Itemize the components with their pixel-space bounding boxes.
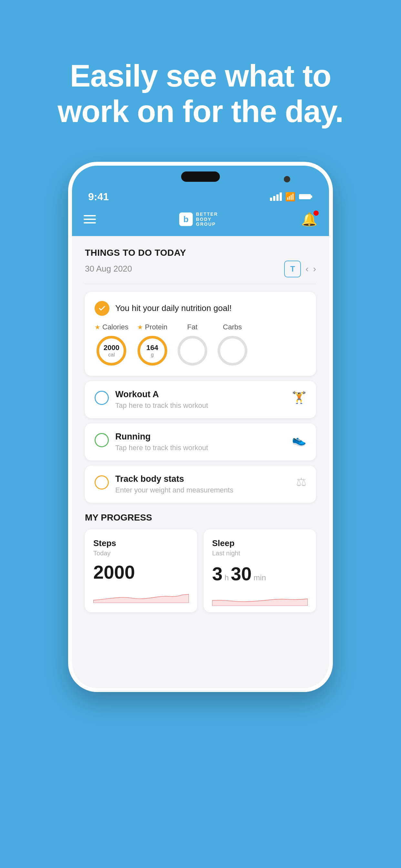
nutrition-check-icon — [95, 301, 110, 316]
sleep-minutes: 30 — [231, 563, 252, 585]
running-name: Running — [115, 432, 285, 442]
hero-section: Easily see what to work on for the day. — [0, 0, 401, 149]
app-header: b BETTER BODY GROUP 🔔 — [72, 206, 329, 236]
body-stats-task[interactable]: Track body stats Enter your weight and m… — [85, 466, 316, 503]
notch-dot — [284, 176, 290, 182]
notification-bell-button[interactable]: 🔔 — [301, 212, 317, 227]
sleep-card[interactable]: Sleep Last night 3 h 30 min — [204, 529, 316, 612]
battery-icon — [299, 193, 313, 200]
status-icons: 📶 — [270, 192, 313, 202]
today-button[interactable]: T — [284, 260, 301, 277]
workout-a-info: Workout A Tap here to track this workout — [115, 390, 285, 410]
sleep-minutes-unit: min — [253, 573, 266, 582]
progress-title: MY PROGRESS — [85, 513, 316, 523]
svg-point-7 — [179, 337, 206, 364]
protein-value: 164 g — [146, 344, 158, 358]
hamburger-menu[interactable] — [84, 215, 96, 223]
steps-card[interactable]: Steps Today 2000 — [85, 529, 197, 612]
protein-ring-group: ★ Protein 164 g — [136, 323, 168, 367]
calories-star-icon: ★ — [95, 323, 100, 331]
workout-a-task[interactable]: Workout A Tap here to track this workout… — [85, 381, 316, 418]
notch-pill — [181, 172, 220, 182]
calories-value: 2000 cal — [104, 344, 120, 358]
hero-headline-line2: work on for the day. — [58, 94, 343, 128]
steps-sublabel: Today — [93, 550, 189, 557]
nutrition-header: You hit your daily nutrition goal! — [95, 301, 306, 316]
carbs-ring — [216, 335, 249, 367]
sleep-hours-unit: h — [224, 573, 228, 582]
hamburger-line3 — [84, 222, 96, 223]
svg-point-8 — [219, 337, 246, 364]
body-stats-info: Track body stats Enter your weight and m… — [115, 474, 289, 494]
hamburger-line2 — [84, 219, 96, 220]
progress-section: MY PROGRESS Steps Today 2000 — [85, 513, 316, 612]
sleep-hours: 3 — [212, 563, 222, 585]
kettlebell-icon: 🏋 — [292, 391, 306, 404]
scale-icon: ⚖ — [296, 475, 306, 489]
running-info: Running Tap here to track this workout — [115, 432, 285, 452]
protein-ring: 164 g — [136, 335, 168, 367]
date-row: 30 Aug 2020 T ‹ › — [85, 260, 316, 284]
logo-text: BETTER BODY GROUP — [196, 212, 218, 227]
nutrition-card[interactable]: You hit your daily nutrition goal! ★ Cal… — [85, 292, 316, 376]
svg-rect-2 — [311, 195, 312, 198]
sleep-mini-chart — [212, 590, 308, 606]
phone-frame: 9:41 📶 — [68, 162, 333, 692]
nutrition-rings-row: ★ Calories 2000 cal — [95, 323, 306, 367]
nutrition-goal-text: You hit your daily nutrition goal! — [115, 303, 232, 313]
next-date-button[interactable]: › — [313, 264, 316, 274]
sleep-label: Sleep — [212, 538, 308, 548]
steps-value: 2000 — [93, 563, 189, 582]
workout-a-sub: Tap here to track this workout — [115, 401, 285, 410]
fat-ring-group: Fat — [176, 323, 209, 367]
phone-top-bar: 9:41 📶 — [72, 166, 329, 206]
workout-a-circle — [95, 391, 109, 405]
carbs-ring-group: Carbs — [216, 323, 249, 367]
app-content: THINGS TO DO TODAY 30 Aug 2020 T ‹ › — [72, 236, 329, 688]
logo-icon: b — [179, 213, 193, 226]
steps-mini-chart — [93, 587, 189, 603]
progress-cards-row: Steps Today 2000 Sleep Last night — [85, 529, 316, 612]
running-shoe-icon: 👟 — [292, 433, 306, 446]
wifi-icon: 📶 — [285, 192, 296, 202]
date-navigation: T ‹ › — [284, 260, 316, 277]
hamburger-line1 — [84, 215, 96, 216]
body-stats-name: Track body stats — [115, 474, 289, 484]
fat-label: Fat — [187, 323, 197, 331]
protein-label: ★ Protein — [137, 323, 167, 331]
sleep-sublabel: Last night — [212, 550, 308, 557]
app-logo: b BETTER BODY GROUP — [179, 212, 218, 227]
protein-star-icon: ★ — [137, 323, 143, 331]
previous-date-button[interactable]: ‹ — [305, 264, 308, 274]
date-label: 30 Aug 2020 — [85, 264, 132, 274]
fat-ring — [176, 335, 209, 367]
status-bar: 9:41 📶 — [85, 188, 316, 206]
phone-mockup: 9:41 📶 — [0, 162, 401, 692]
hero-headline-line1: Easily see what to — [70, 58, 331, 93]
calories-label: ★ Calories — [95, 323, 128, 331]
steps-label: Steps — [93, 538, 189, 548]
calories-ring-group: ★ Calories 2000 cal — [95, 323, 128, 367]
workout-a-name: Workout A — [115, 390, 285, 399]
sleep-value: 3 h 30 min — [212, 563, 308, 585]
body-stats-circle — [95, 475, 109, 490]
carbs-label: Carbs — [223, 323, 242, 331]
svg-rect-1 — [299, 194, 311, 199]
running-circle — [95, 433, 109, 447]
notification-badge — [313, 211, 319, 216]
body-stats-sub: Enter your weight and measurements — [115, 486, 289, 494]
signal-bars-icon — [270, 192, 282, 201]
calories-ring: 2000 cal — [95, 335, 127, 367]
running-sub: Tap here to track this workout — [115, 444, 285, 452]
page-title: THINGS TO DO TODAY — [85, 248, 316, 258]
status-time: 9:41 — [88, 191, 109, 203]
running-task[interactable]: Running Tap here to track this workout 👟 — [85, 423, 316, 461]
